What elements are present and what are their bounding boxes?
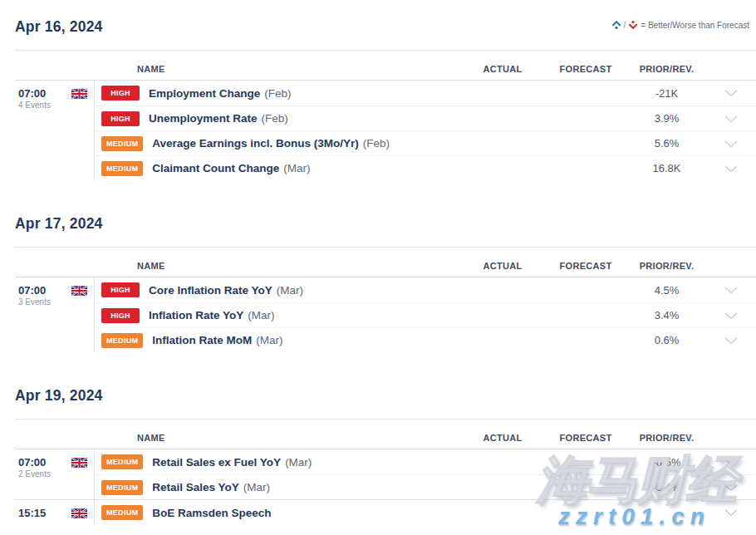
- time-group: 07:00 2 Events MEDIUM Retail Sales ex Fu…: [15, 449, 756, 499]
- event-name: Unemployment Rate: [149, 112, 258, 125]
- prior-value: 0.6%: [627, 334, 706, 346]
- column-header-prior: PRIOR/REV.: [627, 261, 706, 271]
- chevron-down-icon[interactable]: [724, 165, 738, 173]
- time-column: 07:00 3 Events: [15, 277, 94, 352]
- event-row[interactable]: HIGH Inflation Rate YoY (Mar) 3.4%: [95, 302, 756, 327]
- events-count: 4 Events: [18, 101, 51, 110]
- calendar-day-section: Apr 16, 2024 NAME ACTUAL FORECAST PRIOR/…: [15, 18, 756, 180]
- event-period: (Mar): [248, 309, 274, 321]
- chevron-down-icon[interactable]: [724, 115, 738, 123]
- chevron-down-icon[interactable]: [724, 287, 738, 294]
- column-header-forecast: FORECAST: [544, 433, 627, 443]
- prior-value: 16.8K: [627, 162, 706, 174]
- expand-cell: [706, 161, 756, 176]
- worse-than-forecast-icon: [628, 20, 638, 30]
- column-header-name: NAME: [94, 433, 461, 443]
- time-block: 07:00 3 Events: [18, 284, 51, 307]
- time-groups: 07:00 3 Events HIGH Core Inflation Rate …: [15, 277, 756, 352]
- time-group: 07:00 4 Events HIGH Employment Change (F…: [15, 81, 756, 180]
- importance-badge: MEDIUM: [101, 161, 143, 176]
- expand-cell: [706, 333, 756, 348]
- legend-text: = Better/Worse than Forecast: [641, 21, 749, 30]
- uk-flag-icon: [71, 286, 87, 296]
- calendar-table: NAME ACTUAL FORECAST PRIOR/REV. 07:00 2 …: [15, 419, 756, 525]
- event-row[interactable]: HIGH Employment Change (Feb) -21K: [95, 81, 756, 106]
- prior-value: -0.4%: [627, 481, 706, 493]
- prior-value: 5.6%: [627, 137, 706, 150]
- importance-badge: MEDIUM: [101, 454, 143, 469]
- time-block: 15:15: [18, 507, 46, 520]
- calendar-day-section: Apr 19, 2024 NAME ACTUAL FORECAST PRIOR/…: [15, 387, 756, 525]
- importance-badge: MEDIUM: [101, 333, 143, 348]
- event-row[interactable]: MEDIUM Inflation Rate MoM (Mar) 0.6%: [95, 327, 756, 352]
- date-heading: Apr 19, 2024: [15, 387, 756, 405]
- time-group: 07:00 3 Events HIGH Core Inflation Rate …: [15, 277, 756, 352]
- event-row[interactable]: HIGH Unemployment Rate (Feb) 3.9%: [95, 106, 756, 130]
- events-list: MEDIUM BoE Ramsden Speech: [94, 500, 756, 525]
- expand-cell: [706, 111, 756, 126]
- importance-badge: HIGH: [101, 282, 140, 297]
- prior-value: 4.5%: [627, 284, 706, 297]
- column-header-name: NAME: [94, 64, 461, 74]
- prior-value: 3.9%: [627, 112, 706, 125]
- expand-cell: [706, 308, 756, 323]
- event-time: 07:00: [18, 456, 51, 469]
- event-time: 07:00: [18, 284, 51, 297]
- expand-cell: [706, 86, 756, 101]
- expand-cell: [706, 454, 756, 469]
- event-period: (Mar): [256, 334, 282, 346]
- column-header-name: NAME: [94, 261, 461, 271]
- event-row[interactable]: MEDIUM Retail Sales ex Fuel YoY (Mar) -0…: [95, 449, 756, 474]
- better-than-forecast-icon: [611, 20, 621, 30]
- time-groups: 07:00 4 Events HIGH Employment Change (F…: [15, 81, 756, 180]
- event-period: (Mar): [283, 162, 310, 174]
- time-groups: 07:00 2 Events MEDIUM Retail Sales ex Fu…: [15, 449, 756, 525]
- events-list: HIGH Employment Change (Feb) -21K HIGH U…: [94, 81, 756, 180]
- time-column: 07:00 4 Events: [15, 81, 94, 180]
- time-group: 15:15 MEDIUM BoE Ramsden Speech: [15, 499, 756, 525]
- chevron-down-icon[interactable]: [724, 337, 738, 345]
- events-list: MEDIUM Retail Sales ex Fuel YoY (Mar) -0…: [94, 449, 756, 499]
- uk-flag-icon: [71, 458, 87, 468]
- event-row[interactable]: MEDIUM Retail Sales YoY (Mar) -0.4%: [95, 474, 756, 499]
- chevron-down-icon[interactable]: [724, 484, 738, 492]
- event-period: (Feb): [262, 112, 288, 125]
- chevron-down-icon[interactable]: [724, 509, 738, 517]
- event-period: (Mar): [277, 284, 303, 297]
- chevron-down-icon[interactable]: [724, 459, 738, 466]
- time-block: 07:00 4 Events: [18, 87, 51, 110]
- expand-cell: [706, 282, 756, 297]
- chevron-down-icon[interactable]: [724, 140, 738, 148]
- expand-cell: [706, 136, 756, 151]
- event-row[interactable]: MEDIUM Claimant Count Change (Mar) 16.8K: [95, 155, 756, 180]
- event-name: Employment Change: [149, 87, 260, 100]
- event-period: (Feb): [363, 137, 390, 150]
- economic-calendar: Apr 16, 2024 NAME ACTUAL FORECAST PRIOR/…: [0, 18, 756, 525]
- time-column: 07:00 2 Events: [15, 449, 94, 499]
- events-list: HIGH Core Inflation Rate YoY (Mar) 4.5% …: [94, 277, 756, 352]
- column-header-prior: PRIOR/REV.: [627, 433, 706, 443]
- event-time: 15:15: [18, 507, 46, 519]
- chevron-down-icon[interactable]: [724, 90, 738, 97]
- events-count: 2 Events: [18, 469, 51, 479]
- event-row[interactable]: HIGH Core Inflation Rate YoY (Mar) 4.5%: [95, 277, 756, 302]
- expand-cell: [706, 505, 756, 520]
- uk-flag-icon: [71, 508, 87, 518]
- event-row[interactable]: MEDIUM Average Earnings incl. Bonus (3Mo…: [95, 130, 756, 155]
- event-name: Retail Sales YoY: [152, 481, 239, 493]
- event-time: 07:00: [18, 87, 51, 100]
- column-header-forecast: FORECAST: [544, 64, 627, 74]
- uk-flag-icon: [71, 89, 87, 99]
- event-row[interactable]: MEDIUM BoE Ramsden Speech: [95, 500, 756, 525]
- prior-value: -0.5%: [627, 456, 706, 469]
- prior-value: 3.4%: [627, 309, 706, 321]
- events-count: 3 Events: [18, 297, 51, 307]
- chevron-down-icon[interactable]: [724, 312, 738, 320]
- event-period: (Feb): [264, 87, 291, 100]
- event-period: (Mar): [243, 481, 270, 493]
- time-block: 07:00 2 Events: [18, 456, 51, 479]
- expand-cell: [706, 480, 756, 495]
- table-header-row: NAME ACTUAL FORECAST PRIOR/REV.: [15, 247, 756, 277]
- importance-badge: HIGH: [101, 86, 140, 101]
- event-name: Average Earnings incl. Bonus (3Mo/Yr): [152, 137, 359, 150]
